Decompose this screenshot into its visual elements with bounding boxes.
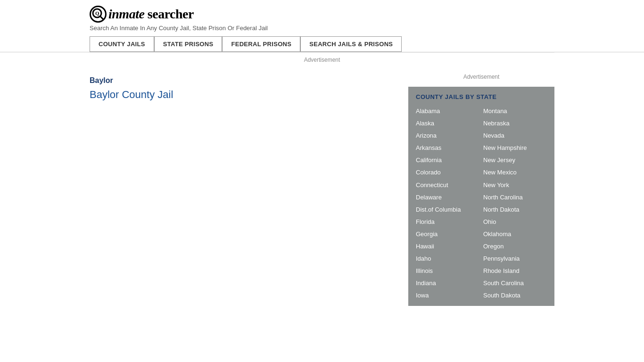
- state-link-left-15[interactable]: Iowa: [416, 290, 479, 301]
- state-link-right-14[interactable]: South Carolina: [483, 278, 547, 288]
- state-link-left-9[interactable]: Florida: [416, 217, 479, 227]
- logo-area: Q inmate searcher: [90, 6, 554, 23]
- state-link-left-10[interactable]: Georgia: [416, 229, 479, 239]
- logo-icon: Q: [90, 6, 107, 23]
- jail-link[interactable]: Baylor County Jail: [90, 89, 173, 100]
- state-link-left-8[interactable]: Dist.of Columbia: [416, 205, 479, 215]
- state-link-right-6[interactable]: New York: [483, 180, 547, 190]
- state-link-left-14[interactable]: Indiana: [416, 278, 479, 288]
- state-link-left-5[interactable]: Colorado: [416, 167, 479, 178]
- state-link-left-12[interactable]: Idaho: [416, 254, 479, 264]
- nav-btn-search-jails-prisons[interactable]: SEARCH JAILS & PRISONS: [300, 36, 402, 52]
- logo-inmate: inmate: [108, 7, 144, 21]
- svg-line-1: [100, 16, 104, 20]
- logo-searcher: searcher: [144, 7, 194, 21]
- state-link-left-1[interactable]: Alaska: [416, 118, 479, 129]
- county-heading: Baylor: [90, 76, 394, 85]
- nav-btn-county-jails[interactable]: COUNTY JAILS: [90, 36, 154, 52]
- sidebar: Advertisement COUNTY JAILS BY STATE Alab…: [408, 67, 554, 306]
- state-link-right-11[interactable]: Oregon: [483, 241, 547, 252]
- nav-btn-federal-prisons[interactable]: FEDERAL PRISONS: [222, 36, 300, 52]
- state-link-left-4[interactable]: California: [416, 155, 479, 165]
- navigation: COUNTY JAILSSTATE PRISONSFEDERAL PRISONS…: [90, 36, 554, 52]
- ad-sidebar-label: Advertisement: [408, 72, 554, 82]
- state-link-right-13[interactable]: Rhode Island: [483, 266, 547, 276]
- logo-text: inmate searcher: [108, 7, 194, 22]
- main-content: Baylor Baylor County Jail: [90, 67, 408, 306]
- state-grid: AlabamaMontanaAlaskaNebraskaArizonaNevad…: [416, 106, 547, 301]
- header: Q inmate searcher Search An Inmate In An…: [0, 0, 644, 52]
- state-link-right-8[interactable]: North Dakota: [483, 205, 547, 215]
- content-wrapper: Baylor Baylor County Jail Advertisement …: [0, 67, 644, 306]
- state-link-right-4[interactable]: New Jersey: [483, 155, 547, 165]
- ad-top-banner: Advertisement: [90, 52, 554, 67]
- state-link-right-10[interactable]: Oklahoma: [483, 229, 547, 239]
- state-box-title: COUNTY JAILS BY STATE: [416, 93, 547, 100]
- nav-btn-state-prisons[interactable]: STATE PRISONS: [154, 36, 223, 52]
- tagline: Search An Inmate In Any County Jail, Sta…: [90, 25, 554, 32]
- svg-text:Q: Q: [95, 10, 99, 16]
- state-link-left-11[interactable]: Hawaii: [416, 241, 479, 252]
- state-link-left-13[interactable]: Illinois: [416, 266, 479, 276]
- state-link-left-0[interactable]: Alabama: [416, 106, 479, 116]
- state-link-left-3[interactable]: Arkansas: [416, 143, 479, 153]
- state-link-right-0[interactable]: Montana: [483, 106, 547, 116]
- state-link-right-2[interactable]: Nevada: [483, 131, 547, 141]
- state-box: COUNTY JAILS BY STATE AlabamaMontanaAlas…: [408, 87, 554, 306]
- state-link-right-5[interactable]: New Mexico: [483, 167, 547, 178]
- state-link-left-7[interactable]: Delaware: [416, 192, 479, 203]
- state-link-right-15[interactable]: South Dakota: [483, 290, 547, 301]
- state-link-left-6[interactable]: Connecticut: [416, 180, 479, 190]
- state-link-right-12[interactable]: Pennsylvania: [483, 254, 547, 264]
- state-link-right-3[interactable]: New Hampshire: [483, 143, 547, 153]
- state-link-left-2[interactable]: Arizona: [416, 131, 479, 141]
- state-link-right-7[interactable]: North Carolina: [483, 192, 547, 203]
- state-link-right-1[interactable]: Nebraska: [483, 118, 547, 129]
- state-link-right-9[interactable]: Ohio: [483, 217, 547, 227]
